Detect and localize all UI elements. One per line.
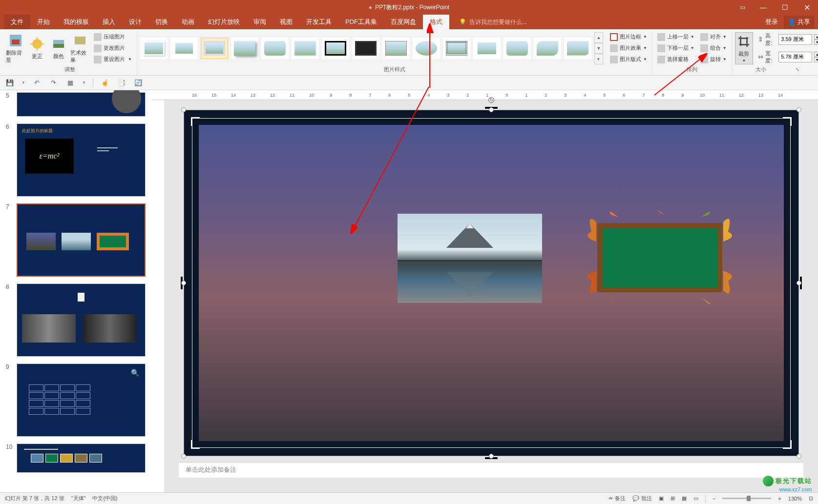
minimize-button[interactable]: — [752,0,774,15]
picture-layout-button[interactable]: 图片版式▼ [608,54,649,64]
gallery-scrollbar[interactable]: ▲ ▼ ▾ [594,32,603,64]
style-moderate-frame[interactable] [473,38,501,59]
selection-pane-button[interactable]: 选择窗格 [655,54,696,64]
tab-view[interactable]: 视图 [273,15,299,29]
style-simple-white[interactable] [140,38,168,59]
style-reflected-rounded[interactable] [261,38,289,59]
width-input[interactable]: 5.78 厘米 [778,52,812,62]
slide-thumb-8[interactable]: 8 [6,283,146,357]
gallery-more[interactable]: ▾ [594,54,603,64]
slide-thumb-10[interactable]: 10 ▬▬▬▬▬▬▬▬▬▬ [6,444,146,473]
resize-handle-tl[interactable] [181,107,186,112]
reading-view-button[interactable]: ▦ [682,495,687,502]
color-button[interactable]: 颜色 [49,32,68,64]
tab-home[interactable]: 开始 [30,15,57,29]
corrections-button[interactable]: 更正 [27,32,47,64]
start-from-beginning-button[interactable]: ▦ [65,78,75,88]
slide-thumb-5[interactable]: 5 [6,92,146,117]
resize-handle-t[interactable] [489,107,494,112]
dialog-launcher-icon[interactable]: ⤡ [796,67,799,72]
close-button[interactable]: ✕ [796,0,818,15]
style-compound-frame[interactable] [443,38,470,59]
notes-pane[interactable]: 单击此处添加备注 [179,462,803,478]
height-spinner[interactable]: ▲▼ [814,34,818,45]
resize-handle-br[interactable] [797,454,801,459]
picture-border-button[interactable]: 图片边框▼ [608,32,649,42]
style-double-frame-black[interactable] [322,38,349,59]
gallery-scroll-down[interactable]: ▼ [594,43,603,54]
slide-counter[interactable]: 幻灯片 第 7 张，共 12 张 [5,495,64,502]
style-rounded-diagonal[interactable] [534,38,561,59]
picture-mountain[interactable] [398,214,542,303]
horizontal-ruler[interactable]: 1615141312111098765432101234567891011121… [151,90,818,100]
comments-toggle[interactable]: 💬批注 [632,495,652,502]
tab-baidu[interactable]: 百度网盘 [384,15,423,29]
style-simple-black[interactable] [382,38,410,59]
normal-view-button[interactable]: ▣ [659,495,664,502]
tab-animations[interactable]: 动画 [175,15,201,29]
fit-to-window-button[interactable]: ⊡ [809,495,813,502]
tab-format[interactable]: 格式 [423,15,449,29]
slide-thumb-9[interactable]: 9 🔍 [6,363,146,437]
resize-handle-l[interactable] [181,281,186,285]
width-spinner[interactable]: ▲▼ [814,52,818,62]
ribbon-display-options-icon[interactable]: ▭ [733,0,752,15]
redo-button[interactable]: ↷ [49,78,59,88]
picture-styles-gallery[interactable]: ▲ ▼ ▾ [140,32,603,64]
qat-dropdown-icon[interactable]: ▼ [21,81,25,85]
resize-handle-tr[interactable] [797,107,801,112]
style-beveled-matte[interactable] [170,38,198,59]
undo-button[interactable]: ↶ [32,78,42,88]
reset-picture-button[interactable]: 重设图片▼ [92,54,134,64]
style-center-shadow[interactable] [503,38,531,59]
tab-pdf[interactable]: PDF工具集 [338,15,384,29]
gallery-scroll-up[interactable]: ▲ [594,32,603,43]
tab-slideshow[interactable]: 幻灯片放映 [201,15,247,29]
slide-thumb-7[interactable]: 7 [6,203,146,277]
rotate-handle[interactable] [488,97,494,103]
remove-background-button[interactable]: 删除背景 [6,32,25,64]
maximize-button[interactable]: ☐ [774,0,796,15]
rotate-button[interactable]: 旋转▼ [698,54,729,64]
qat-btn-3[interactable]: 🔄 [133,78,143,88]
picture-chalkboard[interactable] [582,207,738,308]
qat-btn-2[interactable]: 📑 [117,78,126,88]
resize-handle-bl[interactable] [181,454,186,459]
zoom-level[interactable]: 130% [788,496,802,502]
slide-thumb-6[interactable]: 6 此处照片的标题 ε=mc² ▬▬▬▬▬▬▬▬▬▬▬ [6,123,146,197]
zoom-slider[interactable] [722,498,771,499]
tab-review[interactable]: 审阅 [247,15,273,29]
compress-pictures-button[interactable]: 压缩图片 [92,32,134,42]
touch-mode-button[interactable]: ☝ [100,78,110,88]
resize-handle-b[interactable] [489,454,494,459]
qat-dropdown-icon[interactable]: ▼ [82,81,86,85]
zoom-out-button[interactable]: − [713,496,715,502]
style-metal-frame[interactable] [201,38,228,59]
align-button[interactable]: 对齐▼ [698,32,729,42]
tab-mytemplate[interactable]: 我的模板 [57,15,96,29]
save-button[interactable]: 💾 [5,78,15,88]
selected-picture-crop[interactable] [184,110,345,226]
sorter-view-button[interactable]: ⊞ [671,495,675,502]
tab-insert[interactable]: 插入 [96,15,122,29]
artistic-effects-button[interactable]: 艺术效果 [70,32,90,64]
height-input[interactable]: 3.59 厘米 [778,34,812,45]
picture-effects-button[interactable]: 图片效果▼ [608,43,649,53]
tab-developer[interactable]: 开发工具 [299,15,338,29]
vertical-ruler[interactable] [151,100,164,492]
slide-canvas[interactable] [184,110,799,456]
change-picture-button[interactable]: 更改图片 [92,43,134,53]
send-backward-button[interactable]: 下移一层▼ [655,43,696,53]
slideshow-view-button[interactable]: ▭ [693,495,698,502]
tab-design[interactable]: 设计 [122,15,148,29]
resize-handle-r[interactable] [797,281,801,285]
tab-transitions[interactable]: 切换 [148,15,175,29]
style-drop-shadow[interactable] [231,38,258,59]
language-indicator[interactable]: 中文(中国) [92,495,117,502]
style-thick-matte-black[interactable] [352,38,379,59]
login-button[interactable]: 登录 [765,18,778,26]
notes-toggle[interactable]: ≐备注 [608,495,626,502]
style-snip-diagonal[interactable] [564,38,591,59]
slide-panel[interactable]: 5 6 此处照片的标题 ε=mc² ▬▬▬▬▬▬▬▬▬▬▬ 7 8 [0,90,151,492]
style-beveled-oval[interactable] [413,38,440,59]
